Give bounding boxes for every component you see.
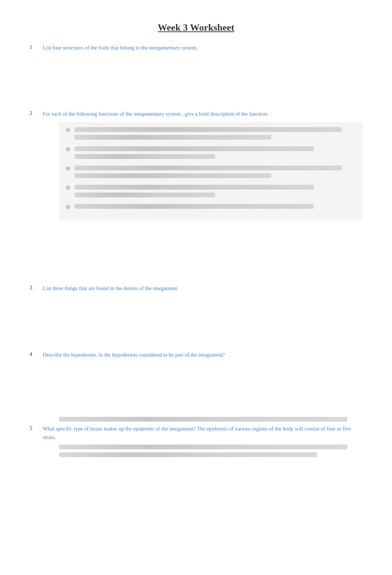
blurred-bullet-2 — [66, 147, 70, 152]
question-5-number: 5 — [30, 425, 37, 431]
question-1-text: List four structures of the body that be… — [43, 44, 362, 52]
question-3-row: 3 List three things that are found in th… — [30, 284, 362, 293]
question-2-blurred-content — [59, 122, 362, 221]
question-4-text: Describe the hypodermis. Is the hypoderm… — [43, 351, 362, 359]
blurred-item-4 — [66, 185, 356, 200]
question-2-row: 2 For each of the following functions of… — [30, 110, 362, 118]
blurred-item-1 — [66, 127, 356, 143]
page-title: Week 3 Worksheet — [30, 22, 362, 33]
blurred-line — [59, 452, 317, 457]
question-1-block: 1 List four structures of the body that … — [30, 44, 362, 96]
question-5-bottom-blurred — [59, 445, 362, 457]
question-5-text: What specific type of tissue makes up th… — [43, 425, 362, 442]
question-3-answer-space — [30, 293, 362, 337]
blurred-line — [75, 154, 215, 159]
question-1-number: 1 — [30, 44, 37, 50]
blurred-bullet-1 — [66, 128, 70, 132]
question-3-text: List three things that are found in the … — [43, 284, 362, 293]
blurred-line — [75, 135, 271, 140]
blurred-text-1 — [75, 127, 356, 143]
blurred-line — [59, 445, 347, 449]
question-2-block: 2 For each of the following functions of… — [30, 110, 362, 271]
blurred-line — [75, 127, 342, 132]
blurred-line — [75, 146, 314, 151]
question-4-number: 4 — [30, 351, 37, 357]
question-4-answer-space — [30, 359, 362, 404]
blurred-text-2 — [75, 146, 356, 162]
question-3-number: 3 — [30, 284, 37, 291]
blurred-item-5 — [66, 204, 356, 212]
blurred-line — [75, 193, 215, 197]
question-5-row: 5 What specific type of tissue makes up … — [30, 425, 362, 442]
question-2-answer-space — [30, 227, 362, 271]
blurred-line — [59, 417, 347, 422]
blurred-bullet-3 — [66, 166, 70, 171]
question-4-row: 4 Describe the hypodermis. Is the hypode… — [30, 351, 362, 359]
blurred-text-5 — [75, 204, 356, 212]
blurred-item-2 — [66, 146, 356, 162]
question-3-block: 3 List three things that are found in th… — [30, 284, 362, 337]
question-2-number: 2 — [30, 110, 37, 116]
blurred-line — [75, 204, 314, 209]
question-1-answer-space — [30, 52, 362, 96]
blurred-item-3 — [66, 166, 356, 181]
question-2-text: For each of the following functions of t… — [43, 110, 362, 118]
blurred-bullet-4 — [66, 186, 70, 190]
question-5-block: 5 What specific type of tissue makes up … — [30, 417, 362, 457]
question-4-block: 4 Describe the hypodermis. Is the hypode… — [30, 351, 362, 404]
question-5-top-blurred — [59, 417, 362, 422]
blurred-bullet-5 — [66, 205, 70, 209]
question-1-row: 1 List four structures of the body that … — [30, 44, 362, 52]
blurred-line — [75, 173, 271, 178]
blurred-text-3 — [75, 166, 356, 181]
blurred-text-4 — [75, 185, 356, 200]
blurred-line — [75, 185, 314, 190]
blurred-line — [75, 166, 342, 170]
